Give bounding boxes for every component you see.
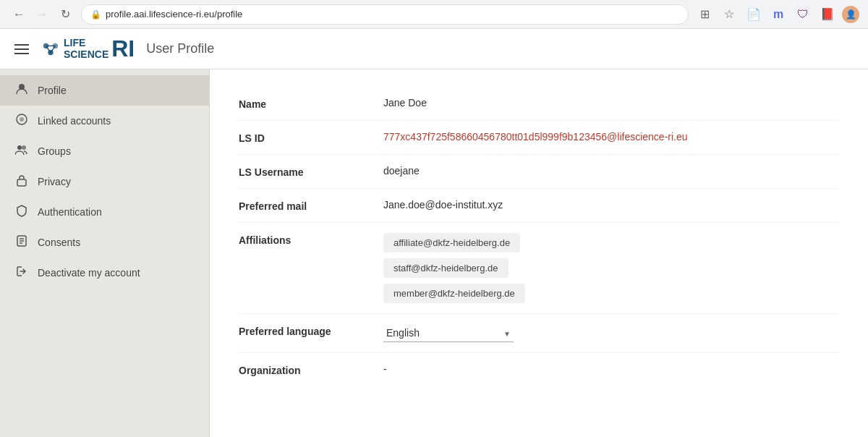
profile-row-affiliations: Affiliations affiliate@dkfz-heidelberg.d… [239,223,839,314]
hamburger-menu-button[interactable] [12,41,32,57]
field-value-preferred-language: English German French Spanish [383,324,839,342]
bookmark-icon[interactable]: ☆ [719,4,739,25]
field-label-preferred-mail: Preferred mail [239,199,383,212]
sidebar-item-linked-accounts[interactable]: Linked accounts [0,106,209,136]
field-label-affiliations: Affiliations [239,233,383,246]
shield-icon[interactable]: 🛡 [793,4,813,25]
back-button[interactable]: ← [9,4,29,25]
hamburger-line [14,53,29,54]
language-select[interactable]: English German French Spanish [383,324,514,342]
svg-rect-11 [17,179,26,186]
linked-accounts-nav-icon [14,113,29,129]
svg-point-9 [17,145,22,150]
field-value-affiliations: affiliate@dkfz-heidelberg.de staff@dkfz-… [383,233,839,303]
hamburger-line [14,44,29,46]
logo-ri: RI [111,35,135,62]
profile-row-organization: Organization - [239,353,839,386]
logo-text: LIFE SCIENCE [64,38,109,60]
sidebar: Profile Linked accounts Groups Privacy A… [0,69,210,437]
sidebar-item-authentication-label: Authentication [38,206,102,218]
app-body: Profile Linked accounts Groups Privacy A… [0,69,868,437]
field-label-ls-username: LS Username [239,165,383,178]
field-label-organization: Organization [239,363,383,376]
language-select-wrapper: English German French Spanish [383,324,514,342]
deactivate-nav-icon [14,265,29,281]
groups-nav-icon [14,143,29,159]
sidebar-item-linked-accounts-label: Linked accounts [38,115,111,127]
svg-point-8 [20,117,24,122]
hamburger-line [14,48,29,50]
logo-science: SCIENCE [64,49,109,60]
field-label-name: Name [239,97,383,110]
sidebar-item-profile-label: Profile [38,85,67,96]
browser-chrome: ← → ↻ 🔒 profile.aai.lifescience-ri.eu/pr… [0,0,868,29]
profile-row-preferred-language: Preferred language English German French… [239,314,839,353]
avatar-icon[interactable]: 👤 [842,6,859,23]
field-label-preferred-language: Preferred language [239,324,383,337]
field-value-organization: - [383,363,839,375]
svg-point-10 [22,145,26,150]
sidebar-item-groups[interactable]: Groups [0,136,209,166]
field-value-ls-id: 777xc437f725f58660456780tt01d5l999f9b123… [383,131,839,143]
url-text: profile.aai.lifescience-ri.eu/profile [106,9,679,20]
profile-row-ls-username: LS Username doejane [239,155,839,189]
logo: LIFE SCIENCE RI [41,35,135,62]
reload-button[interactable]: ↻ [55,4,75,25]
privacy-nav-icon [14,174,29,190]
affiliation-tag-1: staff@dkfz-heidelberg.de [383,258,509,278]
address-bar[interactable]: 🔒 profile.aai.lifescience-ri.eu/profile [81,4,689,25]
extensions-icon[interactable]: 📄 [744,4,764,25]
affiliation-tags: affiliate@dkfz-heidelberg.de staff@dkfz-… [383,233,839,303]
profile-row-name: Name Jane Doe [239,87,839,121]
profile-nav-icon [14,82,29,98]
app-title: User Profile [146,41,214,56]
field-label-ls-id: LS ID [239,131,383,144]
logo-life: LIFE [64,38,109,48]
affiliation-tag-0: affiliate@dkfz-heidelberg.de [383,233,520,253]
field-value-preferred-mail: Jane.doe@doe-institut.xyz [383,199,839,211]
forward-button[interactable]: → [32,4,52,25]
nav-buttons: ← → ↻ [9,4,75,25]
app-header: LIFE SCIENCE RI User Profile [0,29,868,69]
logo-svg-icon [41,41,61,58]
lock-icon: 🔒 [90,9,101,20]
main-content: Name Jane Doe LS ID 777xc437f725f5866045… [210,69,868,437]
sidebar-item-groups-label: Groups [38,145,71,157]
translate-icon[interactable]: ⊞ [694,4,715,25]
pdf-icon[interactable]: 📕 [817,4,838,25]
field-value-name: Jane Doe [383,97,839,109]
sidebar-item-authentication[interactable]: Authentication [0,197,209,227]
authentication-nav-icon [14,204,29,220]
profile-icon[interactable]: m [768,4,788,25]
sidebar-item-consents[interactable]: Consents [0,227,209,258]
sidebar-item-consents-label: Consents [38,237,80,248]
profile-row-preferred-mail: Preferred mail Jane.doe@doe-institut.xyz [239,189,839,223]
sidebar-item-deactivate[interactable]: Deactivate my account [0,258,209,288]
profile-table: Name Jane Doe LS ID 777xc437f725f5866045… [239,87,839,386]
affiliation-tag-2: member@dkfz-heidelberg.de [383,284,525,303]
profile-row-ls-id: LS ID 777xc437f725f58660456780tt01d5l999… [239,121,839,155]
sidebar-item-profile[interactable]: Profile [0,75,209,106]
sidebar-item-privacy-label: Privacy [38,176,71,187]
field-value-ls-username: doejane [383,165,839,177]
consents-nav-icon [14,234,29,250]
sidebar-item-deactivate-label: Deactivate my account [38,267,140,279]
sidebar-item-privacy[interactable]: Privacy [0,166,209,197]
browser-toolbar-icons: ⊞ ☆ 📄 m 🛡 📕 👤 [694,4,859,25]
